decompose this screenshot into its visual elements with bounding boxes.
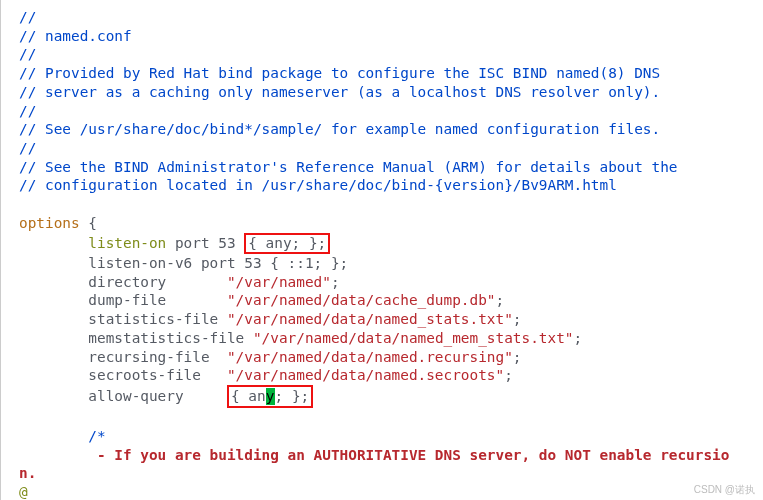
- block-comment-line: - If you are building an AUTHORITATIVE D…: [19, 447, 729, 463]
- comment-line: // named.conf: [19, 28, 132, 44]
- string-path: "/var/named": [227, 274, 331, 290]
- watermark: CSDN @诺执: [694, 483, 755, 496]
- string-path: "/var/named/data/named_mem_stats.txt": [253, 330, 574, 346]
- string-path: "/var/named/data/named.secroots": [227, 367, 504, 383]
- comment-line: // server as a caching only nameserver (…: [19, 84, 660, 100]
- comment-line: // configuration located in /usr/share/d…: [19, 177, 617, 193]
- comment-line: // See /usr/share/doc/bind*/sample/ for …: [19, 121, 660, 137]
- semicolon: ;: [574, 330, 583, 346]
- keyword-listen-on: listen-on: [88, 235, 166, 251]
- code-text: allow-query: [19, 388, 227, 404]
- brace-open: {: [80, 215, 97, 231]
- string-path: "/var/named/data/cache_dump.db": [227, 292, 496, 308]
- code-text: directory: [19, 274, 227, 290]
- comment-line: // See the BIND Administrator's Referenc…: [19, 159, 677, 175]
- text-cursor: y: [266, 388, 275, 405]
- listen-on-port: port 53: [166, 235, 244, 251]
- string-path: "/var/named/data/named.recursing": [227, 349, 513, 365]
- highlight-box-2: { any; };: [227, 385, 313, 408]
- comment-line: //: [19, 46, 36, 62]
- highlight-post: ; };: [275, 388, 310, 404]
- block-comment-wrap: n.: [19, 465, 36, 481]
- highlight-text: { any; };: [248, 235, 326, 251]
- semicolon: ;: [331, 274, 340, 290]
- code-viewer: // // named.conf // // Provided by Red H…: [0, 0, 763, 500]
- comment-line: //: [19, 140, 36, 156]
- code-text: statistics-file: [19, 311, 227, 327]
- highlight-box-1: { any; };: [244, 233, 330, 254]
- comment-line: //: [19, 9, 36, 25]
- semicolon: ;: [513, 311, 522, 327]
- semicolon: ;: [496, 292, 505, 308]
- string-path: "/var/named/data/named_stats.txt": [227, 311, 513, 327]
- highlight-pre: { an: [231, 388, 266, 404]
- semicolon: ;: [504, 367, 513, 383]
- keyword-options: options: [19, 215, 80, 231]
- block-comment-open: /*: [19, 428, 106, 444]
- comment-line: //: [19, 103, 36, 119]
- code-text: listen-on-v6 port 53 { ::1; };: [19, 255, 348, 271]
- code-text: memstatistics-file: [19, 330, 253, 346]
- code-text: recursing-file: [19, 349, 227, 365]
- code-text: dump-file: [19, 292, 227, 308]
- semicolon: ;: [513, 349, 522, 365]
- code-text: secroots-file: [19, 367, 227, 383]
- at-symbol: @: [19, 484, 28, 500]
- comment-line: // Provided by Red Hat bind package to c…: [19, 65, 660, 81]
